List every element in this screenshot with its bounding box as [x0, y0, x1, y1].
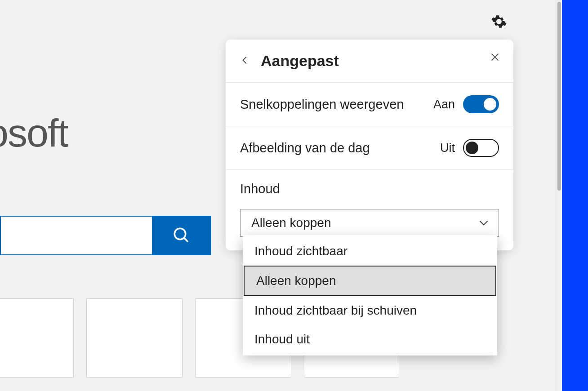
svg-point-0 [174, 228, 186, 240]
back-button[interactable] [240, 55, 250, 67]
dropdown-selected-value: Alleen koppen [251, 216, 331, 230]
brand-logo-text: osoft [0, 110, 68, 156]
close-icon [490, 52, 500, 62]
search-input[interactable] [0, 216, 152, 255]
shortcuts-toggle[interactable] [463, 95, 499, 113]
row-image-of-day: Afbeelding van de dag Uit [226, 126, 513, 170]
vertical-scrollbar[interactable] [556, 0, 562, 391]
dropdown-option-content-visible[interactable]: Inhoud zichtbaar [243, 237, 497, 266]
quick-link-tile[interactable] [0, 298, 74, 378]
svg-line-1 [184, 238, 188, 242]
dropdown-option-content-off[interactable]: Inhoud uit [243, 325, 497, 354]
row-image-toggle-group: Uit [440, 139, 499, 157]
settings-gear-button[interactable] [491, 13, 507, 31]
close-button[interactable] [490, 52, 500, 64]
toggle-state-label: Uit [440, 141, 455, 155]
search-bar [0, 216, 211, 255]
row-shortcuts-label: Snelkoppelingen weergeven [240, 97, 404, 112]
toggle-knob [466, 142, 478, 154]
row-image-of-day-label: Afbeelding van de dag [240, 141, 370, 156]
gear-icon [491, 13, 507, 30]
quick-link-tile[interactable] [86, 298, 183, 378]
search-icon [172, 226, 191, 245]
custom-settings-panel: Aangepast Snelkoppelingen weergeven Aan … [226, 40, 513, 250]
dropdown-option-visible-on-scroll[interactable]: Inhoud zichtbaar bij schuiven [243, 296, 497, 325]
toggle-knob [484, 98, 496, 111]
dropdown-option-headlines-only[interactable]: Alleen koppen [244, 266, 496, 296]
chevron-down-icon [478, 217, 490, 229]
image-of-day-toggle[interactable] [463, 139, 499, 157]
row-shortcuts: Snelkoppelingen weergeven Aan [226, 83, 513, 126]
toggle-state-label: Aan [433, 98, 455, 111]
page-right-edge [562, 0, 588, 391]
row-shortcuts-toggle-group: Aan [433, 95, 499, 113]
scrollbar-thumb[interactable] [557, 2, 561, 191]
content-dropdown[interactable]: Alleen koppen [240, 209, 499, 237]
content-section-label: Inhoud [240, 182, 499, 196]
search-button[interactable] [152, 216, 211, 255]
panel-title: Aangepast [261, 52, 339, 70]
panel-header: Aangepast [226, 40, 513, 83]
content-dropdown-list: Inhoud zichtbaar Alleen koppen Inhoud zi… [243, 235, 497, 355]
chevron-left-icon [240, 55, 250, 65]
